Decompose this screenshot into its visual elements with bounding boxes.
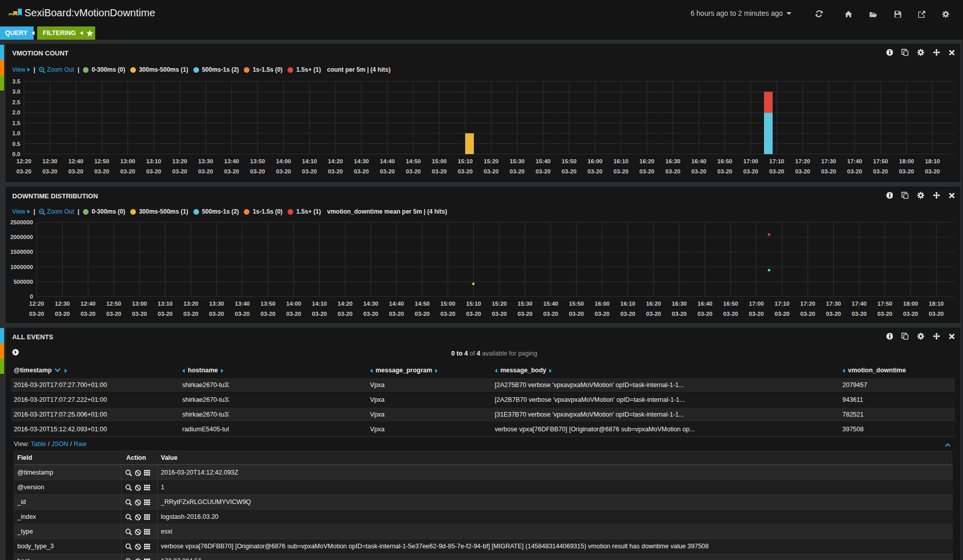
svg-text:03-20: 03-20 [337, 311, 352, 317]
svg-text:18:10: 18:10 [925, 158, 940, 164]
svg-text:03-20: 03-20 [821, 168, 836, 174]
svg-text:17:20: 17:20 [795, 158, 810, 164]
svg-text:0.5: 0.5 [12, 141, 21, 147]
svg-text:03-20: 03-20 [415, 311, 430, 317]
svg-text:17:50: 17:50 [873, 158, 888, 164]
svg-text:15:30: 15:30 [518, 301, 532, 307]
svg-text:03-20: 03-20 [587, 168, 602, 174]
svg-text:03-20: 03-20 [42, 168, 57, 174]
svg-text:03-20: 03-20 [899, 168, 914, 174]
svg-text:03-20: 03-20 [509, 168, 524, 174]
svg-text:03-20: 03-20 [328, 168, 343, 174]
svg-text:17:30: 17:30 [826, 301, 841, 307]
svg-text:13:00: 13:00 [120, 158, 135, 164]
svg-text:03-20: 03-20 [224, 168, 239, 174]
svg-text:03-20: 03-20 [380, 168, 394, 174]
svg-text:0: 0 [30, 293, 33, 300]
svg-text:03-20: 03-20 [723, 311, 738, 317]
svg-text:1500000: 1500000 [10, 249, 33, 255]
svg-text:16:30: 16:30 [672, 301, 687, 307]
svg-text:03-20: 03-20 [276, 168, 291, 174]
svg-text:18:10: 18:10 [929, 301, 944, 307]
svg-text:16:20: 16:20 [646, 301, 661, 307]
svg-text:03-20: 03-20 [198, 168, 213, 174]
svg-text:03-20: 03-20 [68, 168, 83, 174]
svg-text:03-20: 03-20 [146, 168, 161, 174]
svg-text:17:00: 17:00 [743, 158, 758, 164]
svg-text:03-20: 03-20 [613, 168, 628, 174]
svg-text:16:40: 16:40 [691, 158, 706, 164]
svg-text:1.0: 1.0 [12, 130, 20, 136]
svg-text:13:10: 13:10 [146, 158, 161, 164]
svg-text:14:50: 14:50 [406, 158, 420, 164]
svg-text:03-20: 03-20 [432, 168, 446, 174]
svg-text:03-20: 03-20 [484, 168, 498, 174]
svg-text:18:00: 18:00 [899, 158, 914, 164]
svg-text:14:30: 14:30 [354, 158, 369, 164]
svg-text:03-20: 03-20 [183, 311, 198, 317]
svg-text:03-20: 03-20 [132, 311, 147, 317]
svg-text:15:20: 15:20 [484, 158, 498, 164]
svg-text:15:00: 15:00 [440, 301, 455, 307]
svg-text:03-20: 03-20 [795, 168, 810, 174]
svg-text:03-20: 03-20 [594, 311, 609, 317]
svg-text:17:00: 17:00 [749, 301, 763, 307]
svg-text:03-20: 03-20 [925, 168, 940, 174]
svg-text:15:30: 15:30 [509, 158, 524, 164]
svg-text:03-20: 03-20 [172, 168, 187, 174]
svg-text:13:30: 13:30 [209, 301, 224, 307]
svg-text:03-20: 03-20 [466, 311, 481, 317]
svg-text:03-20: 03-20 [903, 311, 918, 317]
svg-text:16:20: 16:20 [639, 158, 654, 164]
svg-text:03-20: 03-20 [16, 168, 31, 174]
svg-text:13:00: 13:00 [132, 301, 147, 307]
svg-text:12:30: 12:30 [55, 301, 70, 307]
svg-text:15:10: 15:10 [458, 158, 472, 164]
svg-text:03-20: 03-20 [235, 311, 249, 317]
svg-text:03-20: 03-20 [646, 311, 661, 317]
svg-text:03-20: 03-20 [665, 168, 680, 174]
svg-text:03-20: 03-20 [354, 168, 369, 174]
svg-text:500000: 500000 [14, 279, 33, 285]
svg-text:16:50: 16:50 [717, 158, 732, 164]
svg-text:3.0: 3.0 [12, 89, 20, 95]
svg-text:13:50: 13:50 [261, 301, 275, 307]
svg-text:03-20: 03-20 [561, 168, 576, 174]
svg-text:03-20: 03-20 [769, 168, 784, 174]
svg-text:03-20: 03-20 [826, 311, 841, 317]
svg-text:03-20: 03-20 [94, 168, 109, 174]
svg-text:03-20: 03-20 [363, 311, 378, 317]
svg-text:14:00: 14:00 [286, 301, 301, 307]
svg-text:12:30: 12:30 [42, 158, 57, 164]
svg-text:15:50: 15:50 [561, 158, 576, 164]
svg-text:17:30: 17:30 [821, 158, 836, 164]
svg-text:13:30: 13:30 [198, 158, 213, 164]
svg-text:17:50: 17:50 [877, 301, 892, 307]
svg-text:17:10: 17:10 [769, 158, 784, 164]
svg-text:18:00: 18:00 [903, 301, 918, 307]
svg-text:13:50: 13:50 [250, 158, 265, 164]
svg-text:03-20: 03-20 [261, 311, 275, 317]
svg-text:03-20: 03-20 [312, 311, 327, 317]
svg-text:03-20: 03-20 [800, 311, 815, 317]
svg-text:14:50: 14:50 [415, 301, 430, 307]
svg-text:17:20: 17:20 [800, 301, 815, 307]
svg-text:13:40: 13:40 [224, 158, 239, 164]
svg-text:16:40: 16:40 [697, 301, 712, 307]
svg-text:03-20: 03-20 [389, 311, 404, 317]
svg-text:12:20: 12:20 [16, 158, 31, 164]
svg-text:16:00: 16:00 [594, 301, 609, 307]
svg-text:14:10: 14:10 [312, 301, 327, 307]
svg-text:03-20: 03-20 [535, 168, 550, 174]
svg-text:15:20: 15:20 [492, 301, 506, 307]
svg-text:03-20: 03-20 [697, 311, 712, 317]
svg-text:03-20: 03-20 [717, 168, 732, 174]
svg-text:03-20: 03-20 [852, 311, 866, 317]
svg-text:03-20: 03-20 [518, 311, 532, 317]
svg-text:03-20: 03-20 [569, 311, 584, 317]
svg-text:03-20: 03-20 [775, 311, 789, 317]
svg-text:03-20: 03-20 [440, 311, 455, 317]
svg-text:2.0: 2.0 [12, 109, 20, 115]
svg-text:13:40: 13:40 [235, 301, 249, 307]
svg-text:2.5: 2.5 [12, 99, 21, 105]
